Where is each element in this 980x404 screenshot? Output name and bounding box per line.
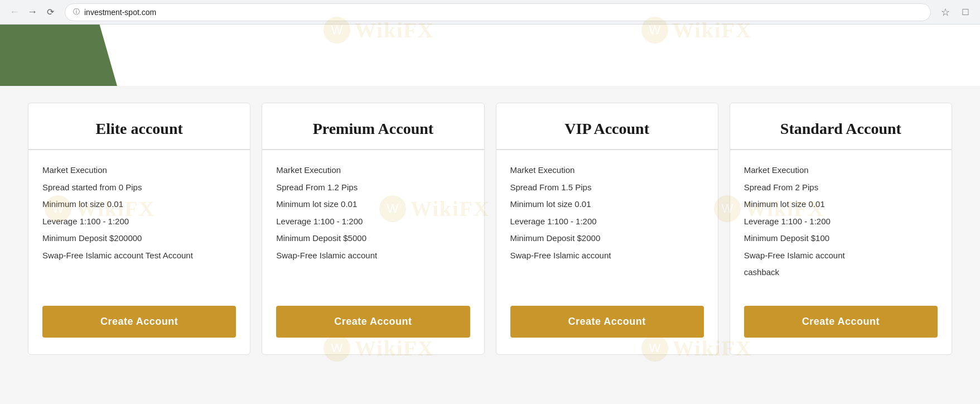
account-card-standard: Standard AccountMarket ExecutionSpread F… xyxy=(730,103,952,355)
feature-item: Minimum lot size 0.01 xyxy=(744,198,938,211)
security-icon: ⓘ xyxy=(73,7,80,17)
back-button[interactable]: ← xyxy=(7,4,22,20)
banner-green-shape xyxy=(0,25,117,86)
extensions-button[interactable]: □ xyxy=(958,4,973,20)
card-features-standard: Market ExecutionSpread From 2 PipsMinimu… xyxy=(730,150,952,295)
cards-container: Elite accountMarket ExecutionSpread star… xyxy=(28,103,952,355)
feature-item: Swap-Free Islamic account xyxy=(744,249,938,262)
feature-item: Leverage 1:100 - 1:200 xyxy=(510,215,704,228)
feature-item: Swap-Free Islamic account xyxy=(276,249,470,262)
feature-item: Spread From 2 Pips xyxy=(744,181,938,194)
create-account-button-premium[interactable]: Create Account xyxy=(276,306,470,338)
card-footer-premium: Create Account xyxy=(262,295,484,354)
create-account-button-standard[interactable]: Create Account xyxy=(744,306,938,338)
feature-item: Leverage 1:100 - 1:200 xyxy=(42,215,236,228)
forward-button[interactable]: → xyxy=(25,4,40,20)
card-footer-vip: Create Account xyxy=(496,295,718,354)
address-bar[interactable]: ⓘ investment-spot.com xyxy=(65,3,931,21)
browser-actions: ☆ □ xyxy=(938,4,973,20)
browser-chrome: ← → ⟳ ⓘ investment-spot.com ☆ □ xyxy=(0,0,980,25)
account-card-vip: VIP AccountMarket ExecutionSpread From 1… xyxy=(496,103,718,355)
feature-item: cashback xyxy=(744,266,938,279)
feature-item: Minimum lot size 0.01 xyxy=(510,198,704,211)
bookmark-button[interactable]: ☆ xyxy=(938,4,953,20)
feature-item: Minimum Deposit $2000 xyxy=(510,232,704,245)
feature-item: Minimum Deposit $5000 xyxy=(276,232,470,245)
feature-item: Leverage 1:100 - 1:200 xyxy=(276,215,470,228)
feature-item: Market Execution xyxy=(744,164,938,177)
card-header-vip: VIP Account xyxy=(496,103,718,150)
account-card-premium: Premium AccountMarket ExecutionSpread Fr… xyxy=(262,103,484,355)
nav-buttons: ← → ⟳ xyxy=(7,4,58,20)
create-account-button-vip[interactable]: Create Account xyxy=(510,306,704,338)
card-header-standard: Standard Account xyxy=(730,103,952,150)
feature-item: Minimum Deposit $100 xyxy=(744,232,938,245)
card-features-premium: Market ExecutionSpread From 1.2 PipsMini… xyxy=(262,150,484,295)
feature-item: Minimum lot size 0.01 xyxy=(42,198,236,211)
reload-button[interactable]: ⟳ xyxy=(42,4,58,20)
feature-item: Swap-Free Islamic account Test Account xyxy=(42,249,236,262)
feature-item: Minimum lot size 0.01 xyxy=(276,198,470,211)
card-features-elite: Market ExecutionSpread started from 0 Pi… xyxy=(28,150,250,295)
card-title-standard: Standard Account xyxy=(741,120,940,138)
card-title-vip: VIP Account xyxy=(508,120,707,138)
top-banner xyxy=(0,25,980,86)
card-title-premium: Premium Account xyxy=(273,120,472,138)
card-footer-standard: Create Account xyxy=(730,295,952,354)
card-features-vip: Market ExecutionSpread From 1.5 PipsMini… xyxy=(496,150,718,295)
feature-item: Minimum Deposit $200000 xyxy=(42,232,236,245)
account-card-elite: Elite accountMarket ExecutionSpread star… xyxy=(28,103,250,355)
feature-item: Spread started from 0 Pips xyxy=(42,181,236,194)
main-content: Elite accountMarket ExecutionSpread star… xyxy=(0,86,980,404)
card-footer-elite: Create Account xyxy=(28,295,250,354)
feature-item: Spread From 1.5 Pips xyxy=(510,181,704,194)
feature-item: Leverage 1:100 - 1:200 xyxy=(744,215,938,228)
feature-item: Market Execution xyxy=(42,164,236,177)
card-header-premium: Premium Account xyxy=(262,103,484,150)
card-title-elite: Elite account xyxy=(40,120,239,138)
feature-item: Spread From 1.2 Pips xyxy=(276,181,470,194)
feature-item: Swap-Free Islamic account xyxy=(510,249,704,262)
create-account-button-elite[interactable]: Create Account xyxy=(42,306,236,338)
feature-item: Market Execution xyxy=(276,164,470,177)
url-text: investment-spot.com xyxy=(84,8,156,17)
feature-item: Market Execution xyxy=(510,164,704,177)
card-header-elite: Elite account xyxy=(28,103,250,150)
